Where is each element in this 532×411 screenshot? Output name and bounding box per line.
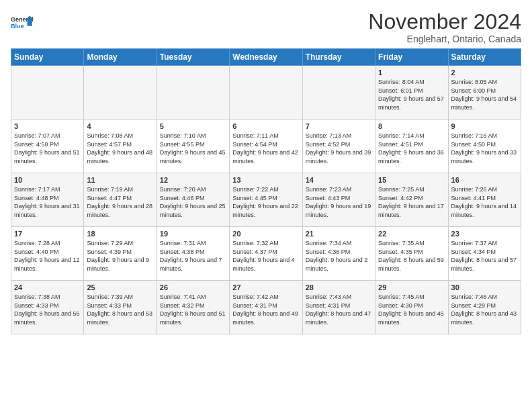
day-info: Sunrise: 7:42 AM Sunset: 4:31 PM Dayligh… [232, 293, 299, 326]
day-info: Sunrise: 7:08 AM Sunset: 4:57 PM Dayligh… [87, 132, 153, 165]
logo: General Blue [11, 11, 35, 35]
day-info: Sunrise: 7:41 AM Sunset: 4:32 PM Dayligh… [160, 293, 226, 326]
day-info: Sunrise: 8:04 AM Sunset: 6:01 PM Dayligh… [378, 78, 445, 111]
day-info: Sunrise: 7:38 AM Sunset: 4:33 PM Dayligh… [14, 293, 81, 326]
day-number: 29 [378, 283, 445, 291]
day-info: Sunrise: 7:25 AM Sunset: 4:42 PM Dayligh… [378, 185, 445, 219]
day-info: Sunrise: 7:11 AM Sunset: 4:54 PM Dayligh… [232, 132, 299, 165]
day-cell: 23Sunrise: 7:37 AM Sunset: 4:34 PM Dayli… [448, 227, 521, 281]
day-cell: 27Sunrise: 7:42 AM Sunset: 4:31 PM Dayli… [230, 281, 302, 334]
day-cell: 1Sunrise: 8:04 AM Sunset: 6:01 PM Daylig… [375, 66, 448, 120]
day-info: Sunrise: 7:26 AM Sunset: 4:41 PM Dayligh… [451, 185, 518, 219]
col-header-tuesday: Tuesday [157, 49, 229, 66]
day-info: Sunrise: 7:19 AM Sunset: 4:47 PM Dayligh… [87, 185, 153, 219]
day-info: Sunrise: 7:22 AM Sunset: 4:45 PM Dayligh… [232, 185, 299, 219]
day-number: 6 [232, 122, 299, 130]
day-cell: 18Sunrise: 7:29 AM Sunset: 4:39 PM Dayli… [84, 227, 157, 281]
svg-text:Blue: Blue [11, 23, 24, 30]
day-cell: 4Sunrise: 7:08 AM Sunset: 4:57 PM Daylig… [84, 120, 157, 173]
day-number: 19 [160, 230, 226, 238]
day-cell: 28Sunrise: 7:43 AM Sunset: 4:31 PM Dayli… [302, 281, 375, 334]
day-number: 7 [306, 122, 372, 130]
day-cell: 3Sunrise: 7:07 AM Sunset: 4:58 PM Daylig… [11, 120, 84, 173]
day-number: 11 [87, 176, 153, 184]
day-number: 23 [451, 230, 518, 238]
day-info: Sunrise: 7:34 AM Sunset: 4:36 PM Dayligh… [306, 239, 372, 273]
day-cell: 16Sunrise: 7:26 AM Sunset: 4:41 PM Dayli… [448, 173, 521, 227]
day-number: 30 [451, 283, 518, 291]
day-cell: 12Sunrise: 7:20 AM Sunset: 4:46 PM Dayli… [157, 173, 229, 227]
day-number: 18 [87, 230, 153, 238]
day-info: Sunrise: 7:07 AM Sunset: 4:58 PM Dayligh… [14, 132, 81, 165]
day-info: Sunrise: 7:31 AM Sunset: 4:38 PM Dayligh… [160, 239, 226, 273]
title-block: November 2024 Englehart, Ontario, Canada [368, 11, 521, 44]
day-number: 9 [451, 122, 518, 130]
day-info: Sunrise: 7:29 AM Sunset: 4:39 PM Dayligh… [87, 239, 153, 273]
day-number: 21 [306, 230, 372, 238]
day-info: Sunrise: 7:13 AM Sunset: 4:52 PM Dayligh… [306, 132, 372, 165]
day-number: 28 [306, 283, 372, 291]
day-cell [157, 66, 229, 120]
day-number: 12 [160, 176, 226, 184]
day-number: 27 [232, 283, 299, 291]
day-number: 4 [87, 122, 153, 130]
day-cell: 14Sunrise: 7:23 AM Sunset: 4:43 PM Dayli… [302, 173, 375, 227]
col-header-wednesday: Wednesday [230, 49, 302, 66]
day-info: Sunrise: 7:43 AM Sunset: 4:31 PM Dayligh… [306, 293, 372, 326]
day-info: Sunrise: 7:14 AM Sunset: 4:51 PM Dayligh… [378, 132, 445, 165]
day-cell: 21Sunrise: 7:34 AM Sunset: 4:36 PM Dayli… [302, 227, 375, 281]
day-number: 22 [378, 230, 445, 238]
subtitle: Englehart, Ontario, Canada [368, 34, 521, 44]
week-row-1: 3Sunrise: 7:07 AM Sunset: 4:58 PM Daylig… [11, 120, 521, 173]
day-cell [84, 66, 157, 120]
day-cell: 7Sunrise: 7:13 AM Sunset: 4:52 PM Daylig… [302, 120, 375, 173]
day-cell: 22Sunrise: 7:35 AM Sunset: 4:35 PM Dayli… [375, 227, 448, 281]
week-row-2: 10Sunrise: 7:17 AM Sunset: 4:48 PM Dayli… [11, 173, 521, 227]
header-row-days: SundayMondayTuesdayWednesdayThursdayFrid… [11, 49, 521, 66]
col-header-friday: Friday [375, 49, 448, 66]
day-info: Sunrise: 7:16 AM Sunset: 4:50 PM Dayligh… [451, 132, 518, 165]
col-header-monday: Monday [84, 49, 157, 66]
day-info: Sunrise: 7:37 AM Sunset: 4:34 PM Dayligh… [451, 239, 518, 273]
day-cell [302, 66, 375, 120]
day-cell: 11Sunrise: 7:19 AM Sunset: 4:47 PM Dayli… [84, 173, 157, 227]
day-cell: 29Sunrise: 7:45 AM Sunset: 4:30 PM Dayli… [375, 281, 448, 334]
day-cell: 20Sunrise: 7:32 AM Sunset: 4:37 PM Dayli… [230, 227, 302, 281]
day-info: Sunrise: 7:45 AM Sunset: 4:30 PM Dayligh… [378, 293, 445, 326]
day-number: 1 [378, 68, 445, 77]
main-title: November 2024 [368, 11, 521, 32]
day-number: 2 [451, 68, 518, 77]
col-header-sunday: Sunday [11, 49, 84, 66]
day-cell: 9Sunrise: 7:16 AM Sunset: 4:50 PM Daylig… [448, 120, 521, 173]
day-number: 10 [14, 176, 81, 184]
day-number: 25 [87, 283, 153, 291]
col-header-thursday: Thursday [302, 49, 375, 66]
day-cell: 19Sunrise: 7:31 AM Sunset: 4:38 PM Dayli… [157, 227, 229, 281]
header-row: General Blue November 2024 Englehart, On… [11, 11, 521, 44]
day-cell: 8Sunrise: 7:14 AM Sunset: 4:51 PM Daylig… [375, 120, 448, 173]
day-number: 13 [232, 176, 299, 184]
calendar-table: SundayMondayTuesdayWednesdayThursdayFrid… [11, 48, 521, 334]
week-row-0: 1Sunrise: 8:04 AM Sunset: 6:01 PM Daylig… [11, 66, 521, 120]
day-info: Sunrise: 7:39 AM Sunset: 4:33 PM Dayligh… [87, 293, 153, 326]
day-cell: 24Sunrise: 7:38 AM Sunset: 4:33 PM Dayli… [11, 281, 84, 334]
day-cell: 15Sunrise: 7:25 AM Sunset: 4:42 PM Dayli… [375, 173, 448, 227]
logo-svg: General Blue [11, 11, 35, 35]
day-number: 3 [14, 122, 81, 130]
day-cell [230, 66, 302, 120]
day-cell: 13Sunrise: 7:22 AM Sunset: 4:45 PM Dayli… [230, 173, 302, 227]
day-number: 15 [378, 176, 445, 184]
day-info: Sunrise: 7:46 AM Sunset: 4:29 PM Dayligh… [451, 293, 518, 326]
day-number: 14 [306, 176, 372, 184]
day-number: 26 [160, 283, 226, 291]
day-info: Sunrise: 7:35 AM Sunset: 4:35 PM Dayligh… [378, 239, 445, 273]
day-cell: 2Sunrise: 8:05 AM Sunset: 6:00 PM Daylig… [448, 66, 521, 120]
day-number: 24 [14, 283, 81, 291]
day-cell: 26Sunrise: 7:41 AM Sunset: 4:32 PM Dayli… [157, 281, 229, 334]
day-number: 20 [232, 230, 299, 238]
day-number: 8 [378, 122, 445, 130]
day-number: 16 [451, 176, 518, 184]
day-info: Sunrise: 7:28 AM Sunset: 4:40 PM Dayligh… [14, 239, 81, 273]
day-info: Sunrise: 7:32 AM Sunset: 4:37 PM Dayligh… [232, 239, 299, 273]
calendar-container: General Blue November 2024 Englehart, On… [0, 0, 532, 340]
